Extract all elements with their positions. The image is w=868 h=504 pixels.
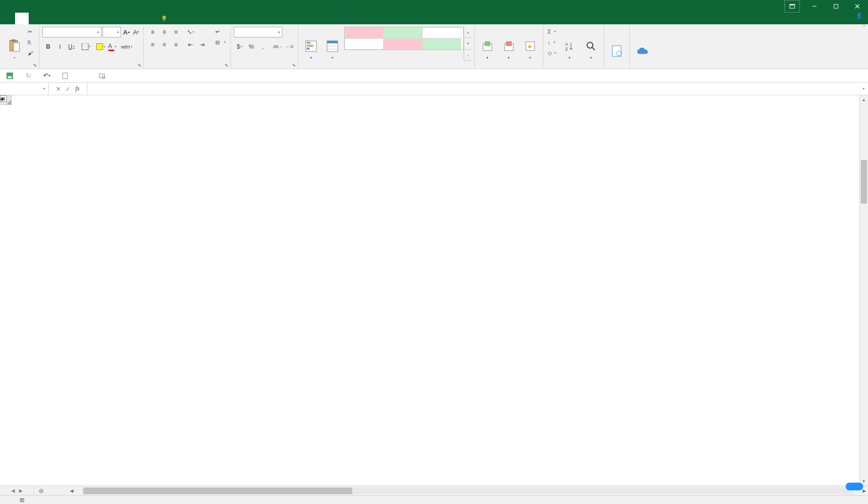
hscroll-left-button[interactable]: ◀ [68, 488, 75, 493]
name-box[interactable]: ▾ [0, 83, 49, 95]
close-button[interactable] [847, 0, 868, 13]
save-button[interactable] [5, 71, 15, 81]
insert-cells-button[interactable]: ▾ [478, 27, 497, 61]
tell-me-search[interactable]: 💡 [161, 13, 170, 24]
formula-input[interactable] [87, 83, 859, 95]
clipboard-dialog-launcher[interactable]: ⬊ [32, 62, 38, 68]
merge-center-button[interactable]: ⊟▾ [214, 37, 227, 47]
vscroll-thumb[interactable] [861, 160, 867, 204]
fill-color-button[interactable] [95, 41, 106, 52]
style-good-sheet[interactable] [383, 27, 422, 38]
align-center-button[interactable]: ≡ [158, 39, 170, 50]
cut-button[interactable]: ✂ [26, 27, 36, 36]
copy-button[interactable]: ⎘ [26, 37, 36, 47]
comma-button[interactable]: , [257, 41, 269, 52]
font-name-combo[interactable]: ▾ [42, 27, 102, 37]
tab-pdf[interactable] [124, 13, 138, 24]
wrap-text-button[interactable]: ↩ [214, 27, 227, 36]
minimize-button[interactable] [804, 0, 825, 13]
number-format-combo[interactable]: ▾ [234, 27, 282, 37]
phonetic-button[interactable]: wén [121, 41, 133, 52]
vertical-scrollbar[interactable]: ▴ ▾ [859, 95, 868, 486]
ribbon-display-options-icon[interactable] [784, 0, 800, 13]
bold-button[interactable]: B [42, 41, 54, 52]
expand-formula-bar-button[interactable]: ▾ [859, 83, 868, 95]
cancel-formula-button[interactable]: ✕ [56, 86, 61, 92]
format-cells-button[interactable]: ▾ [521, 27, 540, 61]
insert-function-button[interactable]: fx [75, 85, 80, 92]
sheet-nav-prev[interactable]: ◀ [11, 488, 15, 493]
table-format-button[interactable]: ▾ [323, 27, 342, 61]
tab-review[interactable] [83, 13, 97, 24]
horizontal-scrollbar[interactable]: ◀ ▶ [68, 486, 868, 495]
share-button[interactable]: 👤 [856, 13, 864, 19]
vscroll-track[interactable] [860, 104, 868, 477]
cell-styles-gallery[interactable] [344, 27, 464, 50]
tab-layout[interactable] [42, 13, 56, 24]
gallery-more-button[interactable]: ⌄ [464, 50, 471, 61]
scroll-up-button[interactable]: ▴ [860, 95, 868, 104]
align-top-button[interactable]: ≡ [147, 27, 158, 37]
increase-font-button[interactable]: A▴ [122, 27, 131, 37]
number-dialog-launcher[interactable]: ⬊ [291, 62, 297, 68]
increase-decimal-button[interactable]: .00→ [272, 41, 283, 52]
tab-data[interactable] [69, 13, 83, 24]
gallery-down-button[interactable]: ▾ [464, 38, 471, 49]
autosum-button[interactable]: Σ▾ [546, 27, 558, 36]
undo-button[interactable]: ↶▾ [42, 71, 52, 81]
tab-file[interactable] [1, 13, 15, 24]
conditional-format-button[interactable]: ▾ [301, 27, 321, 61]
invoice-check-button[interactable] [607, 27, 626, 61]
save-baidu-button[interactable] [633, 27, 652, 61]
accounting-format-button[interactable]: $ [234, 41, 245, 52]
decrease-indent-button[interactable]: ⇤ [185, 39, 196, 50]
font-size-combo[interactable]: ▾ [103, 27, 121, 37]
font-color-button[interactable]: A [106, 41, 118, 52]
decrease-decimal-button[interactable]: ←.0 [283, 41, 295, 52]
collapse-ribbon-button[interactable]: ⌃ [862, 24, 866, 30]
maximize-button[interactable] [825, 0, 847, 13]
enter-formula-button[interactable]: ✓ [66, 86, 70, 92]
cells-area[interactable] [12, 105, 859, 486]
tab-baidu[interactable] [138, 13, 151, 24]
align-dialog-launcher[interactable]: ⬊ [224, 62, 229, 68]
style-good[interactable] [422, 38, 461, 50]
align-right-button[interactable]: ≡ [170, 39, 182, 50]
new-button[interactable] [60, 71, 70, 81]
tab-insert[interactable] [29, 13, 42, 24]
print-preview-button[interactable] [97, 71, 107, 81]
style-bad-sheet[interactable] [345, 27, 383, 38]
delete-cells-button[interactable]: ▾ [499, 27, 519, 61]
hscroll-track[interactable] [83, 487, 853, 494]
sort-filter-button[interactable]: AZ▾ [560, 27, 579, 61]
align-left-button[interactable]: ≡ [147, 39, 158, 50]
style-bad[interactable] [383, 38, 422, 50]
autofill-options-button[interactable]: ⊞ [0, 95, 7, 102]
orientation-button[interactable]: ⤡ [185, 27, 196, 37]
add-sheet-button[interactable]: ⊕ [34, 486, 49, 495]
fill-button[interactable]: ↓▾ [546, 37, 558, 47]
hscroll-thumb[interactable] [83, 487, 352, 494]
redo-button[interactable]: ↻ [23, 71, 33, 81]
format-painter-button[interactable]: 🖌 [26, 48, 36, 58]
border-button[interactable] [80, 41, 92, 52]
decrease-font-button[interactable]: A▾ [132, 27, 140, 37]
tab-home[interactable] [15, 13, 29, 24]
align-middle-button[interactable]: ≡ [158, 27, 170, 37]
clear-button[interactable]: ◇▾ [546, 48, 558, 58]
align-bottom-button[interactable]: ≡ [170, 27, 182, 37]
tab-formulas[interactable] [56, 13, 69, 24]
italic-button[interactable]: I [54, 41, 66, 52]
font-dialog-launcher[interactable]: ⬊ [137, 62, 142, 68]
increase-indent-button[interactable]: ⇥ [196, 39, 208, 50]
gallery-up-button[interactable]: ▴ [464, 27, 471, 38]
style-thousand[interactable] [422, 27, 461, 38]
underline-button[interactable]: U [66, 41, 77, 52]
sheet-nav-next[interactable]: ▶ [19, 488, 23, 493]
style-normal[interactable] [345, 38, 383, 50]
tab-developer[interactable] [110, 13, 124, 24]
find-select-button[interactable]: ▾ [581, 27, 601, 61]
paste-button[interactable]: ▾ [5, 27, 24, 61]
tab-view[interactable] [97, 13, 110, 24]
percent-button[interactable]: % [245, 41, 257, 52]
